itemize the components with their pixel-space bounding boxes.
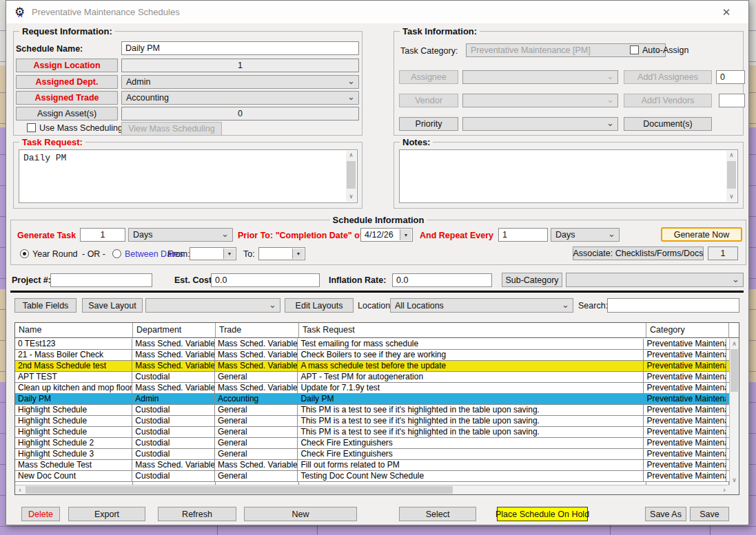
addl-assignees-count: 0: [716, 70, 745, 84]
sub-category-button[interactable]: Sub-Category: [502, 273, 562, 287]
cell-trade: General: [215, 471, 298, 481]
delete-button[interactable]: Delete: [21, 507, 60, 521]
repeat-every-input[interactable]: 1: [498, 228, 548, 242]
inflation-rate-input[interactable]: 0.0: [392, 273, 492, 287]
cell-task-request: Test emailing for mass schedule: [298, 339, 644, 349]
cell-name: Mass Schedule Test: [15, 460, 132, 470]
from-label: From:: [167, 249, 190, 259]
scroll-down-icon[interactable]: ∨: [346, 192, 356, 202]
addl-vendors-count: [719, 94, 745, 107]
table-row[interactable]: Highlight Schedule 3CustodialGeneralChec…: [15, 449, 729, 460]
table-row[interactable]: Highlight ScheduleCustodialGeneralThis P…: [15, 427, 729, 438]
notes-scrollbar[interactable]: ∧ ∨: [726, 151, 737, 202]
scroll-down-icon[interactable]: ∨: [726, 192, 737, 202]
location-select[interactable]: All Locations⌄: [390, 298, 573, 313]
assigned-trade-button[interactable]: Assigned Trade: [16, 91, 118, 105]
edit-layouts-button[interactable]: Edit Layouts: [285, 298, 354, 313]
new-button[interactable]: New: [244, 507, 357, 521]
scroll-up-icon[interactable]: ∧: [346, 151, 356, 160]
close-icon[interactable]: ✕: [719, 6, 733, 19]
table-row[interactable]: 0 TEst123Mass Sched. VariableMass Sched.…: [15, 339, 729, 350]
generate-task-unit-select[interactable]: Days⌄: [128, 228, 233, 242]
table-vertical-scrollbar[interactable]: ∧ ∨: [729, 339, 739, 485]
column-header-department[interactable]: Department: [133, 323, 216, 337]
dropdown-arrow-icon[interactable]: ▼: [292, 249, 304, 259]
scroll-left-icon[interactable]: ‹: [15, 485, 25, 494]
assigned-dept-select[interactable]: Admin⌄: [121, 75, 359, 89]
dropdown-arrow-icon[interactable]: ▼: [400, 229, 411, 240]
project-number-input[interactable]: [50, 273, 152, 287]
column-header-trade[interactable]: Trade: [216, 323, 299, 337]
cell-task-request: This PM is a test to see if it's highlig…: [298, 427, 644, 437]
table-row[interactable]: New Doc CountCustodialGeneralTesting Doc…: [15, 471, 729, 482]
table-row[interactable]: Mass Schedule TestMass Sched. VariableMa…: [15, 460, 729, 471]
refresh-button[interactable]: Refresh: [158, 507, 236, 521]
scroll-down-icon[interactable]: ∨: [730, 475, 739, 485]
place-schedule-on-hold-button[interactable]: Place Schedule On Hold: [497, 507, 588, 521]
assign-location-button[interactable]: Assign Location: [16, 59, 118, 72]
cell-department: Admin: [132, 394, 215, 404]
to-date-select[interactable]: ▼: [258, 247, 305, 260]
cell-task-request: Check Boilers to see if they are working: [298, 350, 644, 360]
table-fields-button[interactable]: Table Fields: [14, 298, 76, 313]
from-date-select[interactable]: ▼: [190, 247, 236, 260]
table-row[interactable]: Highlight ScheduleCustodialGeneralThis P…: [15, 405, 729, 416]
table-row[interactable]: APT TESTCustodialGeneralAPT - Test PM fo…: [15, 372, 729, 383]
use-mass-scheduling-checkbox[interactable]: [27, 123, 36, 132]
save-layout-button[interactable]: Save Layout: [82, 298, 143, 313]
between-dates-radio[interactable]: [112, 249, 121, 258]
use-mass-scheduling-label: Use Mass Scheduling: [39, 123, 123, 133]
cell-trade: General: [215, 427, 298, 437]
generate-now-button[interactable]: Generate Now: [661, 227, 742, 242]
task-request-scrollbar[interactable]: ∧ ∨: [346, 151, 356, 202]
documents-button[interactable]: Document(s): [624, 117, 712, 131]
table-row[interactable]: Clean up kitchen and mop floorsMass Sche…: [15, 383, 729, 394]
completion-date-picker[interactable]: 4/12/26▼: [360, 228, 413, 242]
schedule-name-input[interactable]: Daily PM: [121, 41, 359, 55]
scroll-up-icon[interactable]: ∧: [730, 339, 739, 348]
scroll-right-icon[interactable]: ›: [719, 485, 729, 494]
save-as-button[interactable]: Save As: [645, 507, 686, 521]
notes-title: Notes:: [400, 137, 433, 147]
table-row[interactable]: 2nd Mass Schedule testMass Sched. Variab…: [15, 361, 729, 372]
layout-select[interactable]: ⌄: [145, 298, 280, 313]
auto-assign-label: Auto-Assign: [642, 45, 688, 55]
table-row[interactable]: Daily PMAdminAccountingDaily PMPreventat…: [15, 394, 729, 405]
column-header-name[interactable]: Name: [15, 323, 133, 337]
export-button[interactable]: Export: [68, 507, 145, 521]
cell-name: New Doc Count: [15, 471, 132, 481]
assigned-dept-button[interactable]: Assigned Dept.: [16, 75, 118, 89]
save-button[interactable]: Save: [690, 507, 729, 521]
column-header-category[interactable]: Category: [646, 323, 729, 337]
assign-assets-button[interactable]: Assign Asset(s): [16, 107, 118, 120]
table-row[interactable]: Highlight Schedule 2CustodialGeneralChec…: [15, 438, 729, 449]
repeat-unit-select[interactable]: Days⌄: [551, 228, 620, 242]
year-round-radio[interactable]: [20, 249, 29, 258]
est-cost-input[interactable]: 0.0: [211, 273, 320, 287]
table-row[interactable]: Highlight ScheduleCustodialGeneralThis P…: [15, 416, 729, 427]
sub-category-select[interactable]: ⌄: [566, 273, 744, 287]
scroll-up-icon[interactable]: ∧: [726, 151, 737, 160]
priority-select[interactable]: ⌄: [462, 117, 618, 131]
assigned-trade-select[interactable]: Accounting⌄: [121, 91, 359, 105]
table-horizontal-scrollbar[interactable]: ‹ ›: [15, 485, 729, 494]
table-row[interactable]: 21 - Mass Boiler CheckMass Sched. Variab…: [15, 350, 729, 361]
task-request-textarea[interactable]: Daily PM ∧ ∨: [19, 149, 358, 203]
select-button[interactable]: Select: [399, 507, 476, 521]
search-input[interactable]: [607, 298, 739, 313]
cell-task-request: A mass schedule test before the update: [298, 361, 644, 371]
associate-checklists-button[interactable]: Associate: Checklists/Forms/Docs: [573, 246, 704, 260]
dropdown-arrow-icon[interactable]: ▼: [223, 249, 235, 259]
app-gear-icon: ⚙A: [14, 6, 27, 19]
cell-name: Daily PM: [15, 394, 132, 404]
auto-assign-checkbox[interactable]: [630, 45, 639, 54]
notes-textarea[interactable]: ∧ ∨: [399, 149, 738, 203]
addl-vendors-button: Add'l Vendors: [624, 94, 712, 107]
column-header-task-request[interactable]: Task Request: [299, 323, 646, 337]
cell-task-request: Update for 7.1.9y test: [298, 383, 644, 393]
priority-button[interactable]: Priority: [399, 117, 458, 131]
cell-trade: Mass Sched. Variable: [215, 339, 298, 349]
generate-task-input[interactable]: 1: [80, 228, 125, 242]
cell-category: Preventative Maintenance: [644, 361, 726, 371]
year-round-label: Year Round: [32, 249, 78, 259]
